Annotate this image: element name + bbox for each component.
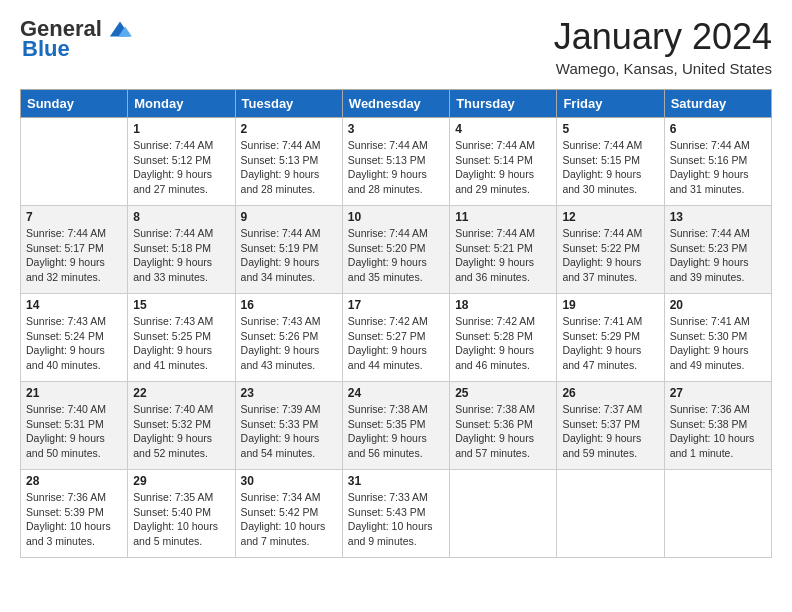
calendar-cell: 22Sunrise: 7:40 AMSunset: 5:32 PMDayligh… [128, 382, 235, 470]
header-thursday: Thursday [450, 90, 557, 118]
day-info: Sunrise: 7:40 AMSunset: 5:32 PMDaylight:… [133, 402, 229, 461]
calendar-cell: 14Sunrise: 7:43 AMSunset: 5:24 PMDayligh… [21, 294, 128, 382]
header-friday: Friday [557, 90, 664, 118]
day-info: Sunrise: 7:44 AMSunset: 5:13 PMDaylight:… [241, 138, 337, 197]
day-info: Sunrise: 7:35 AMSunset: 5:40 PMDaylight:… [133, 490, 229, 549]
day-info: Sunrise: 7:44 AMSunset: 5:15 PMDaylight:… [562, 138, 658, 197]
calendar-cell: 24Sunrise: 7:38 AMSunset: 5:35 PMDayligh… [342, 382, 449, 470]
day-info: Sunrise: 7:42 AMSunset: 5:28 PMDaylight:… [455, 314, 551, 373]
calendar-week-row: 14Sunrise: 7:43 AMSunset: 5:24 PMDayligh… [21, 294, 772, 382]
day-number: 28 [26, 474, 122, 488]
month-title: January 2024 [554, 16, 772, 58]
header-wednesday: Wednesday [342, 90, 449, 118]
calendar-cell: 25Sunrise: 7:38 AMSunset: 5:36 PMDayligh… [450, 382, 557, 470]
day-number: 31 [348, 474, 444, 488]
day-number: 6 [670, 122, 766, 136]
day-number: 5 [562, 122, 658, 136]
calendar-cell: 19Sunrise: 7:41 AMSunset: 5:29 PMDayligh… [557, 294, 664, 382]
calendar-cell: 29Sunrise: 7:35 AMSunset: 5:40 PMDayligh… [128, 470, 235, 558]
day-info: Sunrise: 7:44 AMSunset: 5:23 PMDaylight:… [670, 226, 766, 285]
day-info: Sunrise: 7:44 AMSunset: 5:17 PMDaylight:… [26, 226, 122, 285]
day-info: Sunrise: 7:34 AMSunset: 5:42 PMDaylight:… [241, 490, 337, 549]
day-info: Sunrise: 7:43 AMSunset: 5:25 PMDaylight:… [133, 314, 229, 373]
day-info: Sunrise: 7:39 AMSunset: 5:33 PMDaylight:… [241, 402, 337, 461]
calendar-cell: 16Sunrise: 7:43 AMSunset: 5:26 PMDayligh… [235, 294, 342, 382]
day-number: 18 [455, 298, 551, 312]
day-info: Sunrise: 7:44 AMSunset: 5:22 PMDaylight:… [562, 226, 658, 285]
day-number: 10 [348, 210, 444, 224]
day-number: 7 [26, 210, 122, 224]
day-number: 21 [26, 386, 122, 400]
day-number: 24 [348, 386, 444, 400]
header-sunday: Sunday [21, 90, 128, 118]
day-info: Sunrise: 7:36 AMSunset: 5:39 PMDaylight:… [26, 490, 122, 549]
day-info: Sunrise: 7:38 AMSunset: 5:36 PMDaylight:… [455, 402, 551, 461]
calendar-cell: 1Sunrise: 7:44 AMSunset: 5:12 PMDaylight… [128, 118, 235, 206]
calendar-cell: 21Sunrise: 7:40 AMSunset: 5:31 PMDayligh… [21, 382, 128, 470]
day-number: 23 [241, 386, 337, 400]
day-number: 12 [562, 210, 658, 224]
title-area: January 2024 Wamego, Kansas, United Stat… [554, 16, 772, 77]
day-info: Sunrise: 7:44 AMSunset: 5:14 PMDaylight:… [455, 138, 551, 197]
day-number: 1 [133, 122, 229, 136]
day-number: 29 [133, 474, 229, 488]
calendar-cell: 2Sunrise: 7:44 AMSunset: 5:13 PMDaylight… [235, 118, 342, 206]
day-number: 14 [26, 298, 122, 312]
calendar-week-row: 7Sunrise: 7:44 AMSunset: 5:17 PMDaylight… [21, 206, 772, 294]
day-info: Sunrise: 7:44 AMSunset: 5:20 PMDaylight:… [348, 226, 444, 285]
calendar-cell: 3Sunrise: 7:44 AMSunset: 5:13 PMDaylight… [342, 118, 449, 206]
logo-blue-text: Blue [22, 36, 70, 62]
calendar-cell [664, 470, 771, 558]
calendar-cell [21, 118, 128, 206]
calendar-cell: 11Sunrise: 7:44 AMSunset: 5:21 PMDayligh… [450, 206, 557, 294]
calendar-cell: 17Sunrise: 7:42 AMSunset: 5:27 PMDayligh… [342, 294, 449, 382]
header-tuesday: Tuesday [235, 90, 342, 118]
day-info: Sunrise: 7:37 AMSunset: 5:37 PMDaylight:… [562, 402, 658, 461]
calendar-cell: 27Sunrise: 7:36 AMSunset: 5:38 PMDayligh… [664, 382, 771, 470]
calendar-cell: 9Sunrise: 7:44 AMSunset: 5:19 PMDaylight… [235, 206, 342, 294]
calendar-cell [450, 470, 557, 558]
day-number: 13 [670, 210, 766, 224]
day-number: 20 [670, 298, 766, 312]
day-info: Sunrise: 7:43 AMSunset: 5:24 PMDaylight:… [26, 314, 122, 373]
day-info: Sunrise: 7:41 AMSunset: 5:29 PMDaylight:… [562, 314, 658, 373]
day-info: Sunrise: 7:44 AMSunset: 5:12 PMDaylight:… [133, 138, 229, 197]
day-info: Sunrise: 7:44 AMSunset: 5:13 PMDaylight:… [348, 138, 444, 197]
calendar-cell: 4Sunrise: 7:44 AMSunset: 5:14 PMDaylight… [450, 118, 557, 206]
header-monday: Monday [128, 90, 235, 118]
day-info: Sunrise: 7:38 AMSunset: 5:35 PMDaylight:… [348, 402, 444, 461]
calendar-cell: 28Sunrise: 7:36 AMSunset: 5:39 PMDayligh… [21, 470, 128, 558]
day-number: 3 [348, 122, 444, 136]
calendar-cell: 30Sunrise: 7:34 AMSunset: 5:42 PMDayligh… [235, 470, 342, 558]
day-number: 27 [670, 386, 766, 400]
calendar-header-row: SundayMondayTuesdayWednesdayThursdayFrid… [21, 90, 772, 118]
calendar-cell: 8Sunrise: 7:44 AMSunset: 5:18 PMDaylight… [128, 206, 235, 294]
day-info: Sunrise: 7:40 AMSunset: 5:31 PMDaylight:… [26, 402, 122, 461]
day-number: 4 [455, 122, 551, 136]
day-info: Sunrise: 7:44 AMSunset: 5:19 PMDaylight:… [241, 226, 337, 285]
logo-icon [106, 18, 134, 40]
day-number: 8 [133, 210, 229, 224]
day-info: Sunrise: 7:41 AMSunset: 5:30 PMDaylight:… [670, 314, 766, 373]
calendar-cell: 6Sunrise: 7:44 AMSunset: 5:16 PMDaylight… [664, 118, 771, 206]
header-saturday: Saturday [664, 90, 771, 118]
calendar-cell: 10Sunrise: 7:44 AMSunset: 5:20 PMDayligh… [342, 206, 449, 294]
calendar-week-row: 28Sunrise: 7:36 AMSunset: 5:39 PMDayligh… [21, 470, 772, 558]
logo: General Blue [20, 16, 134, 62]
calendar-cell: 7Sunrise: 7:44 AMSunset: 5:17 PMDaylight… [21, 206, 128, 294]
day-info: Sunrise: 7:44 AMSunset: 5:18 PMDaylight:… [133, 226, 229, 285]
day-number: 26 [562, 386, 658, 400]
calendar-cell: 23Sunrise: 7:39 AMSunset: 5:33 PMDayligh… [235, 382, 342, 470]
day-number: 16 [241, 298, 337, 312]
header: General Blue January 2024 Wamego, Kansas… [20, 16, 772, 77]
day-number: 30 [241, 474, 337, 488]
day-number: 2 [241, 122, 337, 136]
day-number: 22 [133, 386, 229, 400]
calendar-week-row: 1Sunrise: 7:44 AMSunset: 5:12 PMDaylight… [21, 118, 772, 206]
day-info: Sunrise: 7:44 AMSunset: 5:21 PMDaylight:… [455, 226, 551, 285]
day-number: 25 [455, 386, 551, 400]
calendar-cell: 5Sunrise: 7:44 AMSunset: 5:15 PMDaylight… [557, 118, 664, 206]
day-number: 17 [348, 298, 444, 312]
day-info: Sunrise: 7:33 AMSunset: 5:43 PMDaylight:… [348, 490, 444, 549]
day-info: Sunrise: 7:43 AMSunset: 5:26 PMDaylight:… [241, 314, 337, 373]
